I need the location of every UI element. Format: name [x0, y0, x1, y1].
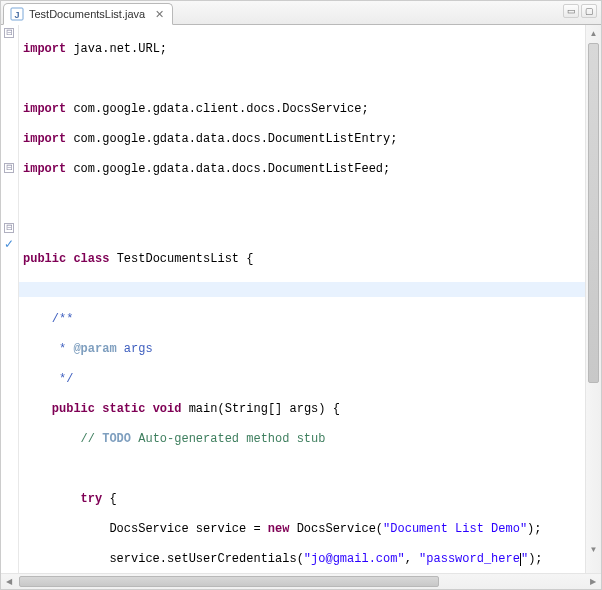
editor-window: J TestDocumentsList.java ✕ ▭ ▢ ⊟ ⊟ ⊟ ✓ i…: [1, 1, 601, 589]
svg-text:J: J: [14, 10, 19, 20]
task-marker-icon[interactable]: ✓: [2, 239, 16, 249]
minimize-pane-button[interactable]: ▭: [563, 4, 579, 18]
scroll-left-arrow-icon[interactable]: ◀: [1, 574, 17, 589]
maximize-pane-button[interactable]: ▢: [581, 4, 597, 18]
tab-bar: J TestDocumentsList.java ✕ ▭ ▢: [1, 1, 601, 25]
close-icon[interactable]: ✕: [154, 9, 164, 19]
scroll-right-arrow-icon[interactable]: ▶: [585, 574, 601, 589]
scroll-up-arrow-icon[interactable]: ▲: [586, 25, 601, 41]
vertical-scrollbar[interactable]: ▲ ▼: [585, 25, 601, 573]
code-viewport[interactable]: import java.net.URL; import com.google.g…: [19, 25, 585, 573]
scroll-thumb[interactable]: [19, 576, 439, 587]
tab-label: TestDocumentsList.java: [29, 8, 145, 20]
scroll-down-arrow-icon[interactable]: ▼: [586, 541, 601, 557]
java-file-icon: J: [10, 7, 24, 21]
fold-toggle-icon[interactable]: ⊟: [4, 28, 14, 38]
fold-toggle-icon[interactable]: ⊟: [4, 163, 14, 173]
scroll-thumb[interactable]: [588, 43, 599, 383]
fold-toggle-icon[interactable]: ⊟: [4, 223, 14, 233]
editor-tab[interactable]: J TestDocumentsList.java ✕: [3, 3, 173, 25]
source-code[interactable]: import java.net.URL; import com.google.g…: [19, 25, 585, 573]
editor-body: ⊟ ⊟ ⊟ ✓ import java.net.URL; import com.…: [1, 25, 601, 573]
horizontal-scrollbar[interactable]: ◀ ▶: [1, 573, 601, 589]
gutter[interactable]: ⊟ ⊟ ⊟ ✓: [1, 25, 19, 573]
window-controls: ▭ ▢: [563, 4, 597, 18]
